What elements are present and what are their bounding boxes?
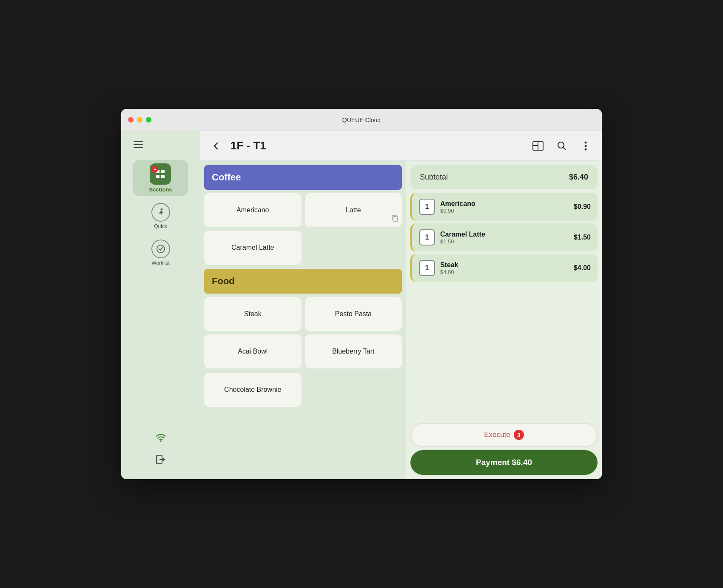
- app-window: QUEUE Cloud ●: [121, 109, 602, 479]
- order-item-americano[interactable]: 1 Americano $0.90 $0.90: [410, 193, 598, 221]
- order-item-americano-total: $0.90: [574, 203, 591, 211]
- execute-badge: 3: [514, 430, 524, 440]
- subtotal-amount: $6.40: [569, 173, 588, 182]
- svg-point-5: [157, 245, 165, 253]
- svg-line-13: [564, 147, 566, 150]
- copy-icon: [391, 214, 399, 224]
- order-item-americano-info: Americano $0.90: [440, 200, 569, 214]
- subtotal-label: Subtotal: [420, 173, 448, 182]
- food-menu-grid-2: Chocolate Brownie: [204, 373, 402, 407]
- caramel-latte-button[interactable]: Caramel Latte: [204, 231, 302, 265]
- qty-caramel-latte[interactable]: 1: [419, 229, 435, 245]
- close-button[interactable]: [128, 117, 134, 123]
- svg-point-16: [585, 148, 587, 150]
- running-person-icon: [156, 208, 165, 217]
- minimize-button[interactable]: [137, 117, 142, 123]
- order-item-caramel-latte[interactable]: 1 Caramel Latte $1.50 $1.50: [410, 223, 598, 251]
- search-button[interactable]: [554, 138, 569, 154]
- svg-rect-3: [161, 175, 165, 178]
- table-title: 1F - T1: [231, 139, 524, 152]
- more-options-button[interactable]: [578, 138, 593, 154]
- order-panel: Subtotal $6.40 1 Americano $0.90: [406, 161, 602, 479]
- hamburger-line-3: [134, 147, 143, 148]
- food-category-header: Food: [204, 269, 402, 294]
- order-item-steak-total: $4.00: [574, 264, 591, 272]
- sidebar-item-worklist[interactable]: Worklist: [151, 234, 170, 271]
- order-item-caramel-latte-total: $1.50: [574, 234, 591, 241]
- food-menu-grid: Steak Pesto Pasta Acai Bowl Blueberry Ta…: [204, 297, 402, 368]
- coffee-category-header: Coffee: [204, 165, 402, 190]
- hamburger-line-2: [134, 144, 143, 145]
- americano-button[interactable]: Americano: [204, 193, 302, 227]
- execute-label: Execute: [484, 431, 510, 439]
- svg-point-15: [585, 145, 587, 147]
- subtotal-card: Subtotal $6.40: [410, 165, 598, 189]
- app-title: QUEUE Cloud: [342, 117, 381, 123]
- execute-button[interactable]: Execute 3: [410, 423, 598, 447]
- svg-rect-2: [156, 175, 159, 178]
- back-button[interactable]: [208, 138, 224, 154]
- sidebar-bottom: [155, 431, 167, 474]
- worklist-label: Worklist: [151, 260, 169, 266]
- chocolate-brownie-button[interactable]: Chocolate Brownie: [204, 373, 302, 407]
- order-item-steak[interactable]: 1 Steak $4.00 $4.00: [410, 254, 598, 282]
- split-layout: Coffee Americano Latte: [200, 161, 602, 479]
- menu-toggle-button[interactable]: [130, 136, 147, 153]
- order-item-caramel-latte-info: Caramel Latte $1.50: [440, 231, 569, 245]
- logout-button[interactable]: [155, 454, 167, 467]
- acai-bowl-button[interactable]: Acai Bowl: [204, 334, 302, 368]
- traffic-lights: [128, 117, 151, 123]
- svg-rect-17: [393, 217, 398, 221]
- order-item-steak-info: Steak $4.00: [440, 261, 569, 275]
- svg-point-14: [585, 141, 587, 143]
- fullscreen-button[interactable]: [146, 117, 151, 123]
- latte-button[interactable]: Latte: [305, 193, 402, 227]
- quick-label: Quick: [154, 223, 167, 229]
- main-body: ● Sections: [121, 131, 602, 479]
- svg-point-4: [160, 208, 162, 211]
- svg-point-6: [160, 440, 162, 442]
- sidebar: ● Sections: [121, 131, 200, 479]
- payment-button[interactable]: Payment $6.40: [410, 450, 598, 475]
- steak-button[interactable]: Steak: [204, 297, 302, 331]
- blueberry-tart-button[interactable]: Blueberry Tart: [305, 334, 402, 368]
- pesto-pasta-button[interactable]: Pesto Pasta: [305, 297, 402, 331]
- menu-panel: Coffee Americano Latte: [200, 161, 406, 479]
- check-circle-icon: [156, 244, 165, 254]
- sidebar-item-sections[interactable]: ● Sections: [121, 160, 200, 196]
- top-bar: 1F - T1: [200, 131, 602, 161]
- wifi-button[interactable]: [155, 431, 167, 445]
- quick-icon: [151, 203, 170, 222]
- hamburger-line-1: [134, 141, 143, 142]
- layout-button[interactable]: [530, 138, 546, 154]
- qty-americano[interactable]: 1: [419, 199, 435, 215]
- top-actions: [530, 138, 593, 154]
- content-area: 1F - T1: [200, 131, 602, 479]
- svg-rect-1: [161, 170, 165, 173]
- title-bar: QUEUE Cloud: [121, 109, 602, 131]
- sidebar-item-quick[interactable]: Quick: [151, 198, 170, 234]
- order-items-list: 1 Americano $0.90 $0.90 1: [410, 193, 598, 420]
- qty-steak[interactable]: 1: [419, 260, 435, 276]
- coffee-menu-grid: Americano Latte Caramel Latte: [204, 193, 402, 265]
- worklist-icon: [151, 240, 170, 258]
- sections-label: Sections: [149, 186, 172, 193]
